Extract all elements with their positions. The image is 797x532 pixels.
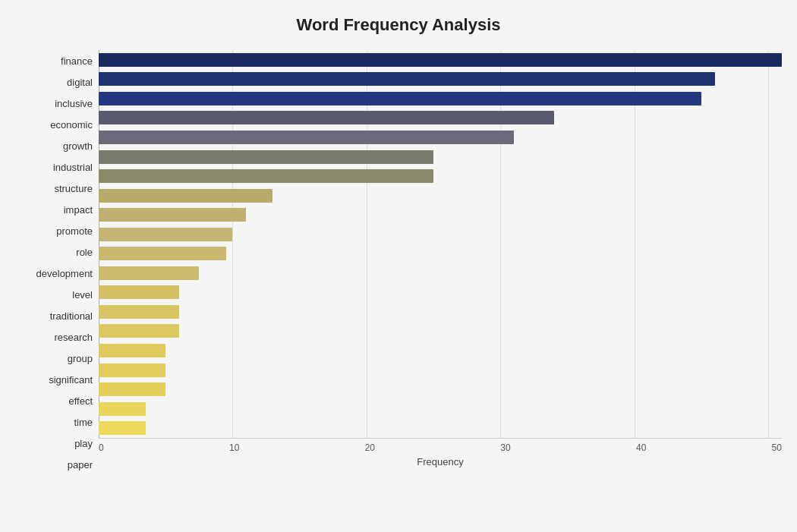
x-tick: 50 [772,442,782,453]
bar [99,228,232,241]
bar-row [99,186,782,206]
chart-container: Word Frequency Analysis financedigitalin… [0,0,797,532]
bar-row [99,360,782,380]
bar [99,285,179,299]
bar-row [99,225,782,244]
y-label: inclusive [15,99,93,109]
bars-wrapper [99,50,782,438]
bar [99,247,226,260]
bar-row [99,244,782,263]
bar-row [99,127,782,147]
bar-row [99,50,782,70]
bar-row [99,341,782,360]
y-label: level [15,290,93,300]
x-tick: 20 [365,442,375,453]
x-tick: 10 [229,442,239,453]
bar [99,421,146,435]
bars-and-axes: 01020304050 Frequency [99,50,782,476]
bar-row [99,89,782,109]
y-label: play [15,439,93,449]
y-label: effect [15,396,93,406]
chart-title: Word Frequency Analysis [15,15,782,35]
y-label: research [15,332,93,342]
bar-row [99,283,782,303]
y-label: economic [15,120,93,130]
y-label: promote [15,226,93,236]
y-labels: financedigitalinclusiveeconomicgrowthind… [15,50,99,476]
y-label: role [15,247,93,257]
y-label: digital [15,77,93,87]
bar [99,189,272,203]
bar [99,208,246,222]
y-label: significant [15,375,93,385]
x-axis: 01020304050 [99,438,782,453]
chart-area: financedigitalinclusiveeconomicgrowthind… [15,50,782,476]
y-label: industrial [15,162,93,172]
bar [99,72,715,86]
bar-row [99,418,782,438]
bar [99,150,433,164]
bar [99,92,701,105]
bar-row [99,379,782,399]
bar [99,53,782,67]
bar [99,305,179,319]
bar-row [99,70,782,90]
x-tick: 0 [99,442,104,453]
bottom-section: 01020304050 Frequency [99,438,782,476]
bar-row [99,322,782,342]
y-label: group [15,354,93,364]
x-tick: 30 [500,442,510,453]
x-axis-label: Frequency [99,456,782,467]
bar-row [99,205,782,225]
y-label: time [15,417,93,427]
bar-row [99,263,782,283]
y-label: impact [15,205,93,215]
y-label: development [15,269,93,279]
bar [99,344,165,357]
y-label: structure [15,184,93,194]
y-label: growth [15,141,93,151]
bar [99,169,433,183]
y-label: paper [15,460,93,470]
bar [99,364,165,377]
bar [99,382,165,396]
bar-row [99,302,782,322]
bar [99,266,199,280]
bar [99,324,179,338]
bar-row [99,166,782,186]
bar [99,131,514,144]
y-label: traditional [15,311,93,321]
bar [99,402,146,416]
bar-row [99,147,782,167]
x-tick: 40 [636,442,646,453]
bar [99,111,554,124]
y-label: finance [15,56,93,66]
bar-row [99,399,782,419]
bar-row [99,109,782,128]
